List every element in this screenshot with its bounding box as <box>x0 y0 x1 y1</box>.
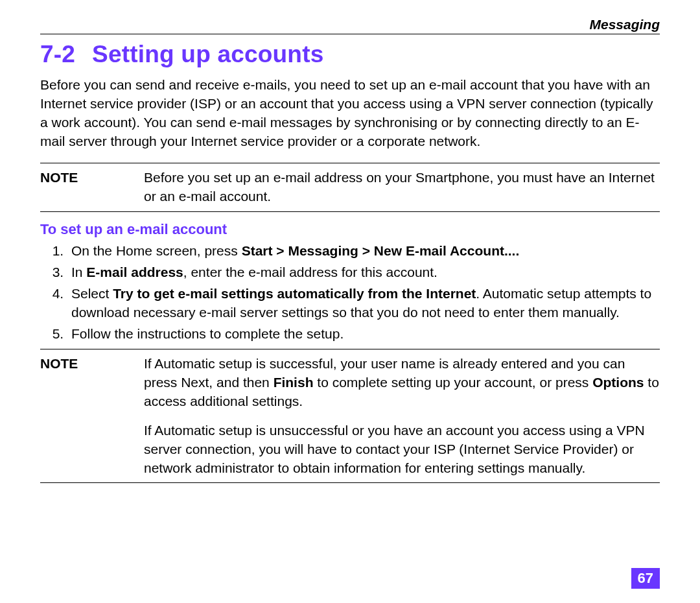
note-label: NOTE <box>40 163 144 211</box>
intro-paragraph: Before you can send and receive e-mails,… <box>40 76 660 151</box>
step-bold: Start > Messaging > New E-mail Account..… <box>242 243 520 258</box>
note-text: If Automatic setup is successful, your u… <box>144 349 660 416</box>
document-page: Messaging 7-2Setting up accounts Before … <box>0 0 700 603</box>
step-bold: Try to get e-mail settings automatically… <box>113 286 476 301</box>
note-block-2: NOTE If Automatic setup is successful, y… <box>40 349 660 484</box>
step-text: In <box>71 265 86 279</box>
header-rule: Messaging <box>40 18 660 34</box>
step-bold: E-mail address <box>86 265 183 279</box>
section-heading: 7-2Setting up accounts <box>40 41 660 68</box>
procedure-steps: On the Home screen, press Start > Messag… <box>40 242 660 344</box>
section-title-text: Setting up accounts <box>92 41 323 67</box>
chapter-label: Messaging <box>589 17 660 32</box>
step-text: , enter the e-mail address for this acco… <box>183 265 438 279</box>
step-5: Follow the instructions to complete the … <box>67 325 660 344</box>
step-text: Follow the instructions to complete the … <box>71 326 344 341</box>
note-block-1: NOTE Before you set up an e-mail address… <box>40 163 660 212</box>
step-4: Select Try to get e-mail settings automa… <box>67 285 660 322</box>
step-1: On the Home screen, press Start > Messag… <box>67 242 660 261</box>
step-text: Select <box>71 286 113 301</box>
procedure-heading: To set up an e-mail account <box>40 221 660 238</box>
step-3: In E-mail address, enter the e-mail addr… <box>67 263 660 282</box>
note-label: NOTE <box>40 349 144 416</box>
note-text: Before you set up an e-mail address on y… <box>144 163 660 211</box>
note-text: If Automatic setup is unsuccessful or yo… <box>144 416 660 483</box>
page-number: 67 <box>631 568 660 589</box>
step-text: On the Home screen, press <box>71 243 242 258</box>
section-number: 7-2 <box>40 41 75 68</box>
